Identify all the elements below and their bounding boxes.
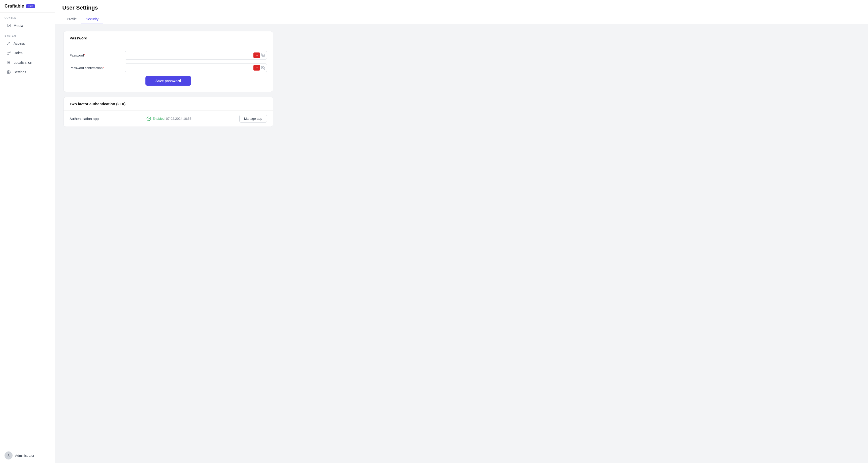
sidebar-item-settings-label: Settings (13, 70, 26, 74)
password-input-icons: ··· (253, 53, 265, 58)
save-password-button[interactable]: Save password (146, 76, 191, 86)
twofa-status: Enabled 07.02.2024 10:55 (147, 117, 191, 121)
main-content: User Settings Profile Security Password … (55, 0, 868, 463)
sidebar-item-access[interactable]: Access (2, 39, 53, 48)
sidebar-item-media[interactable]: Media (2, 21, 53, 30)
tab-profile[interactable]: Profile (62, 14, 82, 24)
password-input-wrapper: ··· (125, 51, 267, 60)
main-header: User Settings Profile Security (55, 0, 868, 24)
password-card-body: Password* ··· (64, 45, 273, 92)
password-dots-button[interactable]: ··· (253, 53, 260, 58)
auth-app-label: Authentication app (69, 117, 99, 121)
app-badge: PRO (26, 4, 35, 8)
sidebar: Craftable PRO CONTENT Media SYSTEM Acces… (0, 0, 55, 463)
twofa-card: Two factor authentication (2FA) Authenti… (63, 97, 273, 127)
save-button-row: Save password (69, 76, 267, 86)
manage-app-button[interactable]: Manage app (239, 115, 267, 123)
sidebar-item-roles-label: Roles (13, 51, 23, 55)
password-confirmation-visibility-toggle[interactable] (261, 66, 265, 70)
password-visibility-toggle[interactable] (261, 53, 265, 57)
settings-icon (6, 70, 11, 74)
enabled-check-icon (147, 117, 151, 121)
password-card: Password Password* ··· (63, 31, 273, 92)
tabs: Profile Security (62, 14, 861, 24)
localization-icon (6, 60, 11, 65)
password-confirmation-input-wrapper: ··· (125, 64, 267, 72)
content-section-label: CONTENT (0, 12, 55, 21)
key-icon (6, 51, 11, 55)
password-confirmation-field-row: Password confirmation* ··· (69, 64, 267, 72)
password-field-row: Password* ··· (69, 51, 267, 60)
svg-point-2 (8, 42, 9, 43)
twofa-row: Authentication app Enabled 07.02.2024 10… (64, 111, 273, 127)
password-confirmation-input-icons: ··· (253, 65, 265, 70)
twofa-card-title: Two factor authentication (2FA) (64, 97, 273, 111)
content-area: Password Password* ··· (55, 24, 281, 139)
footer-username: Administrator (15, 454, 34, 458)
status-date: 07.02.2024 10:55 (166, 117, 191, 121)
password-confirmation-dots-button[interactable]: ··· (253, 65, 260, 70)
sidebar-footer: A Administrator (0, 448, 55, 463)
image-icon (6, 23, 11, 28)
sidebar-item-roles[interactable]: Roles (2, 49, 53, 58)
sidebar-item-localization-label: Localization (13, 61, 32, 64)
sidebar-item-settings[interactable]: Settings (2, 67, 53, 76)
svg-point-1 (8, 25, 8, 25)
sidebar-item-media-label: Media (13, 24, 23, 28)
page-title: User Settings (62, 4, 861, 11)
password-label: Password* (69, 54, 120, 57)
tab-security[interactable]: Security (82, 14, 103, 24)
app-name: Craftable (4, 3, 24, 9)
password-confirmation-input[interactable] (125, 64, 267, 72)
password-card-title: Password (64, 31, 273, 45)
logo-area: Craftable PRO (0, 0, 55, 12)
system-section-label: SYSTEM (0, 30, 55, 39)
status-enabled-text: Enabled (152, 117, 164, 121)
password-confirmation-label: Password confirmation* (69, 66, 120, 70)
sidebar-item-localization[interactable]: Localization (2, 58, 53, 67)
user-icon (6, 41, 11, 46)
avatar: A (4, 452, 12, 460)
svg-point-5 (8, 71, 9, 72)
password-input[interactable] (125, 51, 267, 60)
sidebar-item-access-label: Access (13, 41, 25, 45)
